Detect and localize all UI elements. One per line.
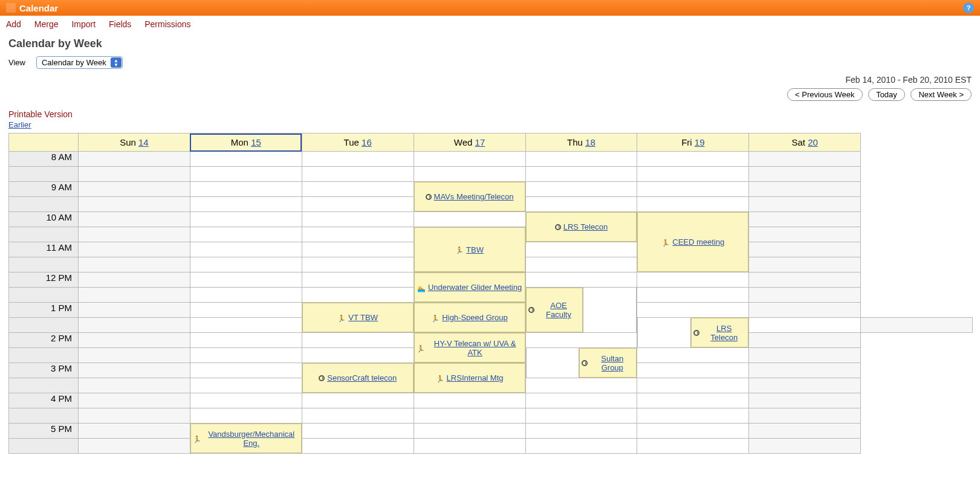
today-button[interactable]: Today <box>868 88 905 101</box>
week-nav: < Previous Week Today Next Week > <box>0 87 980 107</box>
time-11am: 11 AM <box>9 242 79 257</box>
clock-icon <box>426 194 432 200</box>
day-link-wed[interactable]: 17 <box>475 137 485 147</box>
run-icon <box>431 314 440 322</box>
day-header-wed: Wed 17 <box>414 134 525 152</box>
run-icon <box>455 245 464 254</box>
day-header-thu: Thu 18 <box>525 134 637 152</box>
calendar-app-icon <box>6 3 16 13</box>
day-link-fri[interactable]: 19 <box>695 137 705 147</box>
day-link-sun[interactable]: 14 <box>138 137 149 147</box>
day-header-fri: Fri 19 <box>637 134 749 152</box>
clock-icon <box>555 224 561 230</box>
run-icon <box>661 238 670 247</box>
event-lrs-thu[interactable]: LRS Telecon <box>526 212 637 242</box>
run-icon <box>337 314 346 322</box>
menu-bar: Add Merge Import Fields Permissions <box>0 16 980 33</box>
clock-icon <box>693 330 699 336</box>
title-text: Calendar <box>19 3 58 13</box>
time-10am: 10 AM <box>9 212 79 227</box>
calendar-grid: Sun 14 Mon 15 Tue 16 Wed 17 Thu 18 Fri 1… <box>8 133 973 454</box>
menu-import[interactable]: Import <box>71 19 96 29</box>
menu-merge[interactable]: Merge <box>34 19 59 29</box>
date-range: Feb 14, 2010 - Feb 20, 2010 EST <box>0 73 980 87</box>
day-link-thu[interactable]: 18 <box>585 137 595 147</box>
event-lrsinternal[interactable]: LRSInternal Mtg <box>414 363 525 393</box>
time-12pm: 12 PM <box>9 272 79 288</box>
time-1pm: 1 PM <box>9 303 79 318</box>
printable-link[interactable]: Printable Version <box>0 107 980 120</box>
prev-week-button[interactable]: < Previous Week <box>787 88 862 101</box>
clock-icon <box>528 307 534 313</box>
time-9am: 9 AM <box>9 182 79 197</box>
page-title: Calendar by Week <box>0 33 980 53</box>
event-vt-tbw[interactable]: VT TBW <box>302 303 414 332</box>
menu-fields[interactable]: Fields <box>109 19 131 29</box>
clock-icon <box>582 360 588 366</box>
next-week-button[interactable]: Next Week > <box>910 88 972 101</box>
event-hsgroup[interactable]: High-Speed Group <box>414 303 525 332</box>
day-header-sat: Sat 20 <box>749 134 861 152</box>
run-icon <box>417 344 425 352</box>
day-header-tue: Tue 16 <box>302 134 414 152</box>
day-link-tue[interactable]: 16 <box>362 137 372 147</box>
day-header-sun: Sun 14 <box>79 134 190 152</box>
time-2pm: 2 PM <box>9 333 79 348</box>
day-link-sat[interactable]: 20 <box>808 137 818 147</box>
help-icon[interactable]: ? <box>963 2 974 13</box>
event-hyv[interactable]: HY-V Telecan w/ UVA & ATK <box>414 333 525 363</box>
day-header-mon: Mon 15 <box>190 134 302 152</box>
time-5pm: 5 PM <box>9 424 79 439</box>
day-link-mon[interactable]: 15 <box>251 137 261 147</box>
event-lrs-thu2[interactable]: LRS Telecon <box>691 318 748 347</box>
run-icon <box>436 374 444 382</box>
menu-add[interactable]: Add <box>6 19 21 29</box>
run-icon <box>193 434 201 443</box>
view-row: View Calendar by Week ▲▼ <box>0 53 980 73</box>
event-tbw[interactable]: TBW <box>414 227 525 272</box>
event-sultan[interactable]: Sultan Group <box>579 348 637 378</box>
time-8am: 8 AM <box>9 152 79 167</box>
menu-permissions[interactable]: Permissions <box>144 19 190 29</box>
event-vandsburger[interactable]: Vandsburger/Mechanical Eng. <box>190 424 302 453</box>
event-sensorcraft[interactable]: SensorCraft telecon <box>302 363 414 393</box>
swim-icon <box>417 283 426 292</box>
view-select[interactable]: Calendar by Week <box>36 56 123 69</box>
clock-icon <box>319 375 325 381</box>
event-mavs[interactable]: MAVs Meeting/Telecon <box>414 182 525 211</box>
event-ceed[interactable]: CEED meeting <box>637 212 748 272</box>
event-aoe[interactable]: AOE Faculty <box>526 288 583 332</box>
title-bar: Calendar ? <box>0 0 980 16</box>
earlier-link[interactable]: Earlier <box>8 120 31 129</box>
corner-cell <box>9 134 79 152</box>
time-3pm: 3 PM <box>9 363 79 378</box>
event-uwglider[interactable]: Underwater Glider Meeting <box>414 272 525 302</box>
time-4pm: 4 PM <box>9 393 79 408</box>
view-label: View <box>8 58 25 67</box>
